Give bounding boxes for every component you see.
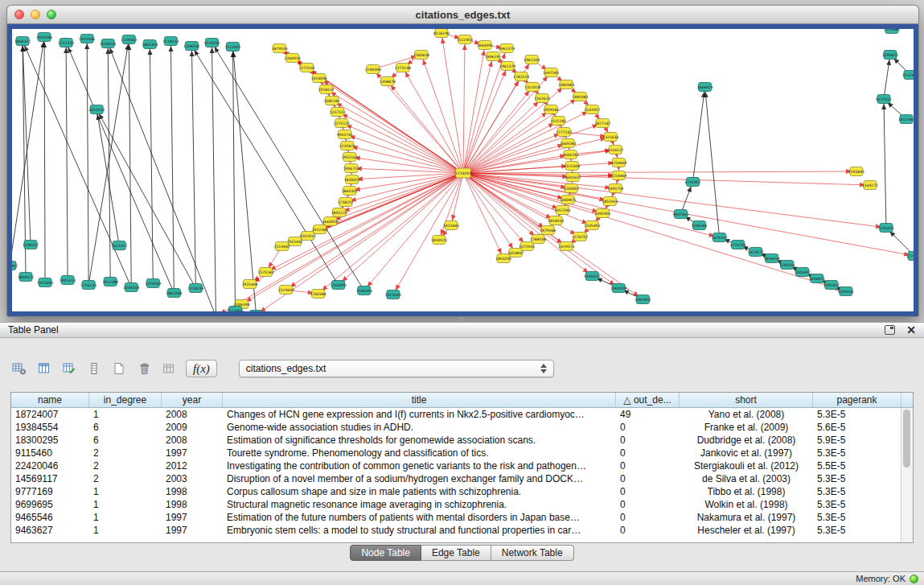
graph-node[interactable]: 1756133 xyxy=(80,281,97,290)
graph-node[interactable]: 5901513 xyxy=(60,276,76,285)
graph-node[interactable]: 2204907 xyxy=(563,184,579,193)
graph-node[interactable]: 1663059 xyxy=(322,217,339,226)
graph-node[interactable]: 1224569 xyxy=(145,279,161,288)
table-row[interactable]: 911546021997Tourette syndrome. Phenomeno… xyxy=(11,447,913,459)
graph-node[interactable]: 1483083 xyxy=(558,80,574,89)
graph-node[interactable]: 1959582 xyxy=(543,105,559,114)
graph-node[interactable]: 1257512 xyxy=(330,108,346,117)
graph-node[interactable]: 1519443 xyxy=(278,286,294,295)
graph-node[interactable]: 1276707 xyxy=(572,233,588,241)
cell-pagerank[interactable]: 5.3E-5 xyxy=(813,447,901,459)
graph-node[interactable]: 1850295 xyxy=(495,254,511,263)
graph-node[interactable]: 1505497 xyxy=(795,268,811,277)
table-mode-icon[interactable] xyxy=(11,359,27,378)
table-row[interactable]: 2242004622012Investigating the contribut… xyxy=(11,459,913,472)
cell-year[interactable]: 1998 xyxy=(162,485,223,498)
cell-short[interactable]: de Silva et al. (2003) xyxy=(680,472,813,485)
cell-short[interactable]: Wolkin et al. (1998) xyxy=(680,498,813,511)
cell-pagerank[interactable]: 5.6E-5 xyxy=(813,421,901,434)
graph-node[interactable]: 1906713 xyxy=(343,164,359,173)
graph-node[interactable]: 2240094 xyxy=(365,65,381,74)
cell-in_degree[interactable]: 1 xyxy=(89,511,162,524)
cell-year[interactable]: 1997 xyxy=(162,447,223,459)
graph-node[interactable]: 1092450 xyxy=(634,295,651,304)
graph-node[interactable]: 1915040 xyxy=(37,278,53,287)
cell-in_degree[interactable]: 1 xyxy=(89,408,162,421)
cell-title[interactable]: Estimation of the future numbers of pati… xyxy=(223,511,616,524)
graph-node[interactable]: 1085182 xyxy=(324,97,340,105)
graph-node[interactable]: 1208337 xyxy=(23,241,39,249)
graph-node[interactable]: 1918137 xyxy=(318,85,335,94)
cell-title[interactable]: Changes of HCN gene expression and I(f) … xyxy=(223,408,616,421)
column-header-in_degree[interactable]: in_degree xyxy=(89,393,162,407)
graph-node[interactable]: 1502046 xyxy=(79,35,95,43)
cell-year[interactable]: 2008 xyxy=(162,434,223,447)
graph-node[interactable]: 1760384 xyxy=(310,290,326,299)
table-row[interactable]: 1456911722003Disruption of a novel membe… xyxy=(11,472,913,485)
graph-node[interactable]: 1961379 xyxy=(499,62,515,71)
graph-node[interactable]: 1781514 xyxy=(513,72,529,81)
graph-node[interactable]: 1095905 xyxy=(594,209,610,218)
cell-in_degree[interactable]: 2 xyxy=(89,459,162,472)
minimize-window-button[interactable] xyxy=(31,10,40,19)
cell-out_de[interactable]: 0 xyxy=(616,472,680,485)
table-row[interactable]: 969969511998Structural magnetic resonanc… xyxy=(11,498,913,511)
graph-node[interactable]: 1915046 xyxy=(36,33,52,42)
graph-node[interactable]: 7485083 xyxy=(572,93,588,101)
import-table-icon[interactable] xyxy=(161,359,177,378)
graph-hub-node[interactable]: 1724059 xyxy=(455,168,471,178)
cell-title[interactable]: Genome-wide association studies in ADHD. xyxy=(223,421,616,434)
graph-node[interactable]: 1419577 xyxy=(748,248,764,257)
column-header-year[interactable]: year xyxy=(162,393,223,407)
cell-short[interactable]: Jankovic et al. (1997) xyxy=(680,447,813,459)
create-column-icon[interactable] xyxy=(61,359,77,378)
graph-node[interactable]: 1854933 xyxy=(548,216,564,225)
graph-node[interactable]: 1424094 xyxy=(311,74,327,83)
cell-name[interactable]: 18300295 xyxy=(11,434,89,447)
cell-out_de[interactable]: 0 xyxy=(616,511,680,524)
graph-node[interactable]: 1518233 xyxy=(162,37,179,46)
cell-year[interactable]: 2008 xyxy=(162,408,223,421)
graph-node[interactable]: 1358478 xyxy=(380,77,396,86)
graph-node[interactable]: 1237320 xyxy=(58,39,74,47)
graph-node[interactable]: 1879504 xyxy=(272,44,288,53)
cell-pagerank[interactable]: 5.9E-5 xyxy=(813,434,901,447)
graph-node[interactable]: 1208330 xyxy=(183,42,199,51)
graph-node[interactable]: 1868327 xyxy=(14,37,31,46)
graph-node[interactable]: 1664091 xyxy=(477,41,493,50)
selection-mode-icon[interactable] xyxy=(86,359,102,378)
new-table-icon[interactable] xyxy=(111,359,127,378)
graph-node[interactable]: 2653317 xyxy=(111,241,127,250)
cell-title[interactable]: Tourette syndrome. Phenomenology and cla… xyxy=(223,447,616,459)
graph-node[interactable]: 1162615 xyxy=(534,94,550,103)
graph-node[interactable]: 1863304 xyxy=(142,40,158,49)
graph-node[interactable]: 1453445 xyxy=(443,221,459,230)
column-header-pagerank[interactable]: pagerank xyxy=(813,393,901,407)
table-row[interactable]: 1830029562008Estimation of significance … xyxy=(11,434,913,447)
graph-node[interactable]: 6961379 xyxy=(499,44,515,53)
graph-node[interactable]: 1830022 xyxy=(344,175,360,184)
cell-short[interactable]: Nakamura et al. (1997) xyxy=(680,511,813,524)
cell-in_degree[interactable]: 2 xyxy=(89,472,162,485)
table-row[interactable]: 946362711997Embryonic stem cells: a mode… xyxy=(11,524,913,537)
graph-node[interactable]: 1595845 xyxy=(848,167,864,176)
delete-table-icon[interactable] xyxy=(136,359,152,378)
graph-node[interactable]: 1879368 xyxy=(540,226,556,235)
graph-node[interactable]: 9245013 xyxy=(248,311,265,312)
cell-name[interactable]: 9777169 xyxy=(11,485,89,498)
graph-node[interactable]: 1275143 xyxy=(299,64,315,72)
graph-node[interactable]: 1805174 xyxy=(331,208,347,217)
graph-node[interactable]: 1518239 xyxy=(187,284,203,293)
graph-node[interactable]: 1275122 xyxy=(334,119,350,128)
cell-pagerank[interactable]: 5.5E-5 xyxy=(813,459,901,472)
cell-short[interactable]: Yano et al. (2008) xyxy=(680,408,813,421)
cell-pagerank[interactable]: 5.3E-5 xyxy=(813,472,901,485)
graph-node[interactable]: 1863301 xyxy=(342,187,358,196)
graph-node[interactable]: 1961304 xyxy=(524,56,540,64)
cell-short[interactable]: Hescheler et al. (1997) xyxy=(680,524,813,537)
graph-node[interactable]: 1513907 xyxy=(12,262,18,270)
graph-node[interactable]: 1201655 xyxy=(878,224,894,233)
graph-node[interactable]: 1505493 xyxy=(584,221,600,230)
graph-node[interactable]: 1863308 xyxy=(166,289,182,298)
graph-node[interactable]: 1904509 xyxy=(610,284,626,293)
